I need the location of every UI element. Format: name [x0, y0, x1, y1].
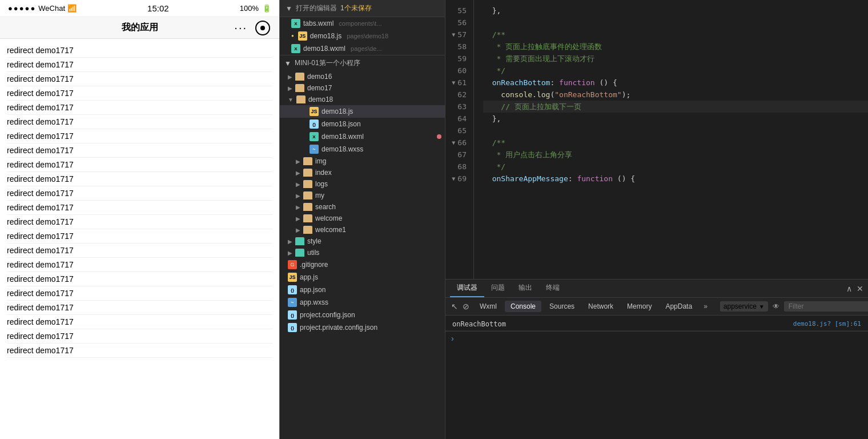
file-path: components\t... — [339, 20, 381, 27]
file-name: project.private.config.json — [300, 324, 377, 332]
folder-icon — [295, 84, 304, 92]
line-61: ▼ 61 — [445, 77, 473, 89]
cursor-icon[interactable]: ↖ — [451, 302, 458, 311]
close-icon[interactable]: ✕ — [857, 284, 863, 293]
project-section-header[interactable]: ▼ MINI-01第一个小程序 — [280, 55, 445, 71]
list-item: redirect demo1717 — [7, 229, 272, 244]
folder-name: logs — [315, 180, 328, 188]
folder-name: style — [307, 237, 322, 245]
tab-memory[interactable]: Memory — [621, 301, 657, 312]
stop-icon[interactable]: ⊘ — [463, 302, 469, 311]
file-demo18-wxss[interactable]: ~ demo18.wxss — [280, 143, 445, 155]
file-gitignore[interactable]: G .gitignore — [280, 258, 445, 271]
tab-console[interactable]: Console — [505, 301, 541, 312]
folder-demo16[interactable]: ▶ demo16 — [280, 71, 445, 82]
appservice-select[interactable]: appservice ▼ — [720, 301, 768, 312]
line-68: 68 — [445, 161, 473, 173]
eye-icon[interactable]: 👁 — [773, 302, 779, 310]
phone-time: 15:02 — [147, 3, 169, 13]
folder-name: utils — [307, 249, 319, 257]
console-filter-input[interactable] — [784, 301, 868, 312]
file-name: .gitignore — [300, 261, 328, 269]
code-line-64: }, — [483, 113, 868, 125]
file-app-json[interactable]: {} app.json — [280, 284, 445, 296]
file-app-wxss[interactable]: ~ app.wxss — [280, 296, 445, 309]
log-source[interactable]: demo18.js? [sm]:61 — [793, 320, 861, 328]
file-name: project.config.json — [300, 311, 355, 319]
folder-logs[interactable]: ▶ logs — [280, 178, 445, 190]
phone-simulator: ●●●●● WeChat 📶 15:02 100% 🔋 我的应用 ··· red… — [0, 0, 280, 439]
file-name: demo18.wxss — [322, 145, 363, 153]
console-content: onReachBottom demo18.js? [sm]:61 › — [445, 316, 868, 439]
log-text: onReachBottom — [452, 320, 506, 328]
chevron-right-icon: ▶ — [296, 181, 300, 187]
folder-icon — [303, 203, 312, 211]
gitignore-icon: G — [288, 260, 297, 269]
folder-demo18[interactable]: ▼ demo18 — [280, 94, 445, 105]
tab-debugger[interactable]: 调试器 — [450, 280, 484, 297]
open-file-tabs-wxml[interactable]: X tabs.wxml components\t... — [280, 17, 445, 30]
open-file-demo18-js[interactable]: JS demo18.js pages\demo18 — [280, 30, 445, 42]
list-item: redirect demo1717 — [7, 258, 272, 272]
folder-welcome1[interactable]: ▶ welcome1 — [280, 224, 445, 236]
code-editor[interactable]: }, /** * 页面上拉触底事件的处理函数 * 需要页面出现上下滚动才行 */ — [474, 0, 868, 279]
file-path: pages\de... — [351, 45, 381, 52]
collapse-btn[interactable]: ▼ — [452, 137, 455, 149]
phone-status-bar: ●●●●● WeChat 📶 15:02 100% 🔋 — [0, 0, 279, 17]
list-item: redirect demo1717 — [7, 129, 272, 143]
collapse-btn[interactable]: ▼ — [452, 173, 455, 185]
folder-style[interactable]: ▶ style — [280, 236, 445, 247]
explorer-header: ▼ 打开的编辑器 1个未保存 — [280, 0, 445, 17]
project-name: MINI-01第一个小程序 — [295, 58, 360, 68]
code-line-63: // 页面上拉加载下一页 — [483, 101, 868, 113]
file-app-js[interactable]: JS app.js — [280, 271, 445, 284]
js-icon: JS — [298, 31, 307, 41]
chevron-up-icon[interactable]: ∧ — [846, 284, 852, 293]
file-project-private-config[interactable]: {} project.private.config.json — [280, 321, 445, 334]
console-log-entry: onReachBottom demo18.js? [sm]:61 — [445, 318, 868, 331]
file-demo18-js[interactable]: JS demo18.js — [280, 105, 445, 118]
open-file-demo18-wxml[interactable]: X demo18.wxml pages\de... — [280, 42, 445, 55]
phone-nav-menu[interactable]: ··· — [234, 21, 247, 34]
tab-wxml[interactable]: Wxml — [474, 301, 503, 312]
list-item: redirect demo1717 — [7, 344, 272, 358]
list-item: redirect demo1717 — [7, 315, 272, 329]
list-item: redirect demo1717 — [7, 172, 272, 186]
tab-terminal[interactable]: 终端 — [539, 280, 566, 297]
unsaved-count-badge: 1个未保存 — [340, 3, 372, 13]
folder-welcome[interactable]: ▶ welcome — [280, 213, 445, 224]
phone-nav-bar: 我的应用 ··· — [0, 17, 279, 39]
phone-content: redirect demo1717 redirect demo1717 redi… — [0, 39, 279, 439]
tab-sources[interactable]: Sources — [544, 301, 580, 312]
file-name: app.wxss — [300, 298, 328, 306]
wxml-icon: X — [291, 44, 300, 53]
more-tabs-icon[interactable]: » — [700, 301, 711, 312]
file-project-config[interactable]: {} project.config.json — [280, 309, 445, 321]
tab-network[interactable]: Network — [582, 301, 619, 312]
file-demo18-json[interactable]: {} demo18.json — [280, 118, 445, 130]
folder-search[interactable]: ▶ search — [280, 201, 445, 213]
code-line-60: */ — [483, 65, 868, 77]
file-demo18-wxml[interactable]: X demo18.wxml — [280, 130, 445, 143]
list-item: redirect demo1717 — [7, 86, 272, 101]
folder-demo17[interactable]: ▶ demo17 — [280, 82, 445, 94]
list-item: redirect demo1717 — [7, 186, 272, 201]
collapse-btn[interactable]: ▼ — [452, 29, 455, 41]
folder-utils[interactable]: ▶ utils — [280, 247, 445, 258]
folder-img[interactable]: ▶ img — [280, 155, 445, 167]
tab-output[interactable]: 输出 — [512, 280, 539, 297]
line-58: 58 — [445, 41, 473, 53]
folder-index[interactable]: ▶ index — [280, 167, 445, 178]
list-item: redirect demo1717 — [7, 143, 272, 158]
collapse-btn[interactable]: ▼ — [452, 77, 455, 89]
folder-my[interactable]: ▶ my — [280, 190, 445, 201]
tab-appdata[interactable]: AppData — [660, 301, 698, 312]
chevron-right-icon: ▶ — [288, 250, 292, 256]
console-input[interactable] — [459, 334, 862, 343]
tab-problems[interactable]: 问题 — [484, 280, 512, 297]
chevron-right-icon: ▶ — [296, 204, 300, 210]
appservice-label: appservice — [724, 302, 757, 310]
folder-icon — [303, 226, 312, 234]
folder-name: img — [315, 157, 326, 165]
list-item: redirect demo1717 — [7, 115, 272, 129]
